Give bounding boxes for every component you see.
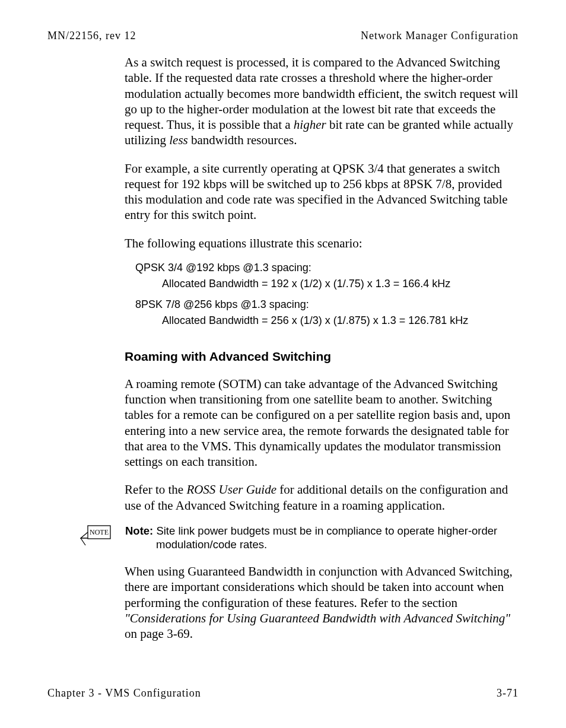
page-footer: Chapter 3 - VMS Configuration 3-71 [47,687,519,700]
note-icon-label: NOTE [90,528,109,536]
para1-italic-higher: higher [294,117,326,132]
para1-italic-less: less [169,133,188,147]
paragraph-roaming-desc: A roaming remote (SOTM) can take advanta… [125,376,519,470]
calc-8psk-value: Allocated Bandwidth = 256 x (1/3) x (1/.… [162,314,519,327]
page-header: MN/22156, rev 12 Network Manager Configu… [47,30,519,42]
paragraph-ross-ref: Refer to the ROSS User Guide for additio… [125,482,519,513]
calc-8psk-heading: 8PSK 7/8 @256 kbps @1.3 spacing: [135,298,519,311]
section-heading-roaming: Roaming with Advanced Switching [125,349,519,364]
note-icon: NOTE [80,525,111,549]
ross-text-a: Refer to the [125,482,186,497]
note-text: Note: Site link power budgets must be in… [125,524,497,551]
ross-guide-italic: ROSS User Guide [186,482,276,497]
closing-italic-ref: "Considerations for Using Guaranteed Ban… [125,611,510,625]
note-body-line2: modulation/code rates. [156,538,497,551]
header-doc-id: MN/22156, rev 12 [47,30,136,42]
note-block: NOTE Note: Site link power budgets must … [80,524,519,551]
paragraph-closing: When using Guaranteed Bandwidth in conju… [125,564,519,641]
calculation-block: QPSK 3/4 @192 kbps @1.3 spacing: Allocat… [135,262,519,327]
note-label: Note: [125,524,153,537]
paragraph-switch-request: As a switch request is processed, it is … [125,55,519,148]
para1-text-c: bandwidth resources. [188,133,297,147]
note-body-line1: Site link power budgets must be in compl… [153,524,497,537]
header-section-title: Network Manager Configuration [361,30,519,42]
calc-qpsk-value: Allocated Bandwidth = 192 x (1/2) x (1/.… [162,278,519,290]
closing-text-a: When using Guaranteed Bandwidth in conju… [125,564,513,610]
paragraph-example: For example, a site currently operating … [125,161,519,223]
closing-text-b: on page 3-69. [125,627,193,641]
footer-page-number: 3-71 [497,687,519,700]
main-content: As a switch request is processed, it is … [125,55,519,641]
footer-chapter: Chapter 3 - VMS Configuration [47,687,201,700]
calc-qpsk-heading: QPSK 3/4 @192 kbps @1.3 spacing: [135,262,519,274]
paragraph-equations-intro: The following equations illustrate this … [125,236,519,251]
